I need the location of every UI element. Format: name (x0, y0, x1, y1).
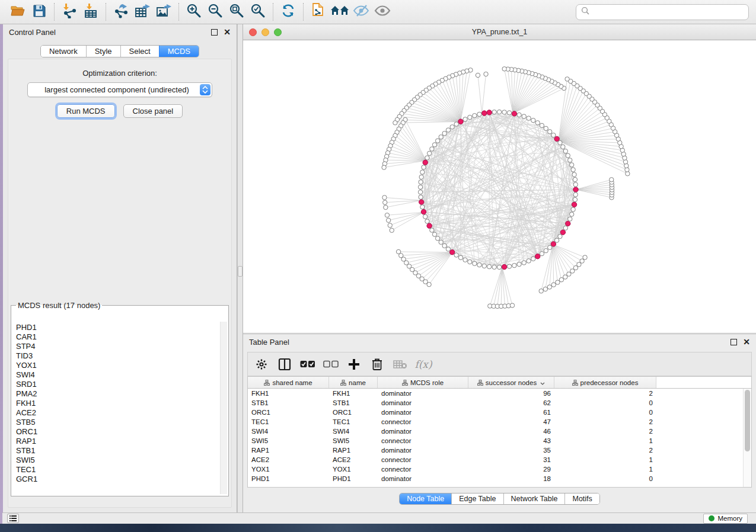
open-folder-icon (10, 4, 25, 20)
mcds-result-item[interactable]: SWI4 (16, 370, 216, 380)
criterion-dropdown[interactable]: largest connected component (undirected) (27, 82, 212, 97)
table-row[interactable]: SWI4SWI4dominator462 (248, 427, 743, 436)
import-table-button[interactable] (80, 2, 101, 22)
export-image-button[interactable] (153, 2, 174, 22)
toolbar-separator (303, 3, 304, 21)
table-row[interactable]: ACE2ACE2connector311 (248, 455, 743, 464)
float-panel-icon[interactable] (731, 339, 737, 345)
mcds-result-item[interactable]: YOX1 (16, 361, 216, 370)
tab-select[interactable]: Select (120, 46, 159, 57)
deselect-all-button[interactable] (323, 357, 339, 372)
export-table-icon (134, 3, 151, 21)
zoom-selected-button[interactable] (247, 2, 269, 22)
mcds-result-item[interactable]: STP4 (16, 342, 216, 351)
table-row[interactable]: TEC1TEC1connector472 (248, 417, 743, 427)
tab-edge-table[interactable]: Edge Table (451, 493, 503, 504)
first-neighbors-button[interactable] (329, 2, 350, 22)
duplicate-network-button[interactable] (308, 2, 329, 22)
vertical-splitter[interactable] (237, 24, 243, 512)
control-panel-tabs: NetworkStyleSelectMCDS (3, 45, 237, 57)
mcds-result-item[interactable]: ACE2 (16, 408, 216, 418)
import-network-button[interactable] (59, 2, 80, 22)
table-row[interactable]: ORC1ORC1dominator610 (248, 408, 743, 417)
tab-node-table[interactable]: Node Table (400, 493, 451, 504)
float-panel-icon[interactable] (211, 29, 218, 36)
column-header-shared-name[interactable]: shared name (248, 377, 329, 388)
table-row[interactable]: PHD1PHD1dominator180 (248, 474, 743, 483)
open-file-button[interactable] (7, 2, 28, 22)
scrollbar-thumb[interactable] (745, 390, 750, 451)
mcds-result-item[interactable]: RAP1 (16, 437, 216, 446)
mcds-result-item[interactable]: ORC1 (16, 427, 216, 437)
zoom-in-icon (186, 3, 202, 21)
mcds-result-list[interactable]: PHD1CAR1STP4TID3YOX1SWI4SRD1PMA2FKH1ACE2… (12, 322, 220, 494)
export-image-icon (155, 3, 172, 21)
table-tabs: Node TableEdge TableNetwork TableMotifs (243, 493, 756, 505)
delete-column-button[interactable] (369, 357, 385, 372)
close-panel-button[interactable]: Close panel (123, 104, 183, 118)
table-settings-button[interactable] (254, 357, 269, 372)
memory-button[interactable]: Memory (703, 514, 748, 524)
column-header-predecessor-nodes[interactable]: predecessor nodes (554, 377, 656, 388)
tab-network[interactable]: Network (41, 46, 86, 57)
tab-motifs[interactable]: Motifs (564, 493, 599, 504)
table-row[interactable]: STB1STB1dominator620 (248, 398, 743, 408)
control-panel: Control Panel ✕ NetworkStyleSelectMCDS O… (3, 24, 237, 512)
table-row[interactable]: YOX1YOX1connector291 (248, 464, 743, 474)
table-body: FKH1FKH1dominator962STB1STB1dominator620… (248, 389, 743, 487)
run-mcds-button[interactable]: Run MCDS (57, 104, 115, 118)
function-builder-button[interactable]: f(x) (416, 357, 431, 372)
table-row[interactable]: SWI5SWI5connector431 (248, 436, 743, 446)
table-header-row: shared namenameMCDS rolesuccessor nodesp… (248, 377, 751, 389)
column-header-successor-nodes[interactable]: successor nodes (468, 377, 554, 388)
refresh-button[interactable] (277, 2, 299, 22)
zoom-out-button[interactable] (205, 2, 226, 22)
show-column-button[interactable] (277, 357, 292, 372)
import-network-icon (62, 3, 77, 21)
table-scrollbar[interactable] (743, 389, 751, 487)
close-panel-icon[interactable]: ✕ (224, 28, 231, 36)
hide-selected-button[interactable] (350, 2, 372, 22)
network-canvas[interactable] (243, 40, 756, 332)
task-history-button[interactable] (7, 514, 19, 523)
mcds-result-item[interactable]: SWI5 (16, 456, 216, 465)
close-panel-icon[interactable]: ✕ (743, 338, 750, 346)
export-network-button[interactable] (110, 2, 132, 22)
mcds-result-item[interactable]: PHD1 (16, 323, 216, 332)
zoom-fit-button[interactable] (226, 2, 247, 22)
select-all-button[interactable] (300, 357, 315, 372)
mcds-result-item[interactable]: SRD1 (16, 380, 216, 389)
export-table-button[interactable] (132, 2, 153, 22)
column-header-MCDS-role[interactable]: MCDS role (378, 377, 468, 388)
mcds-result-item[interactable]: PMA2 (16, 389, 216, 399)
search-input[interactable] (592, 8, 744, 17)
network-window-titlebar: YPA_prune.txt_1 (243, 24, 756, 40)
mcds-result-item[interactable]: STB5 (16, 418, 216, 427)
tab-style[interactable]: Style (86, 46, 120, 57)
mcds-result-item[interactable]: CAR1 (16, 332, 216, 342)
dropdown-stepper-icon (200, 84, 210, 95)
import-table-icon (83, 3, 98, 21)
tab-network-table[interactable]: Network Table (503, 493, 565, 504)
mcds-list-scrollbar[interactable] (220, 322, 227, 494)
mcds-result-item[interactable]: GCR1 (16, 475, 216, 484)
show-all-button[interactable] (372, 2, 393, 22)
first-neighbors-icon (330, 4, 349, 20)
delete-table-button[interactable] (393, 357, 408, 372)
mcds-result-item[interactable]: TEC1 (16, 465, 216, 475)
zoom-in-button[interactable] (183, 2, 205, 22)
tab-mcds[interactable]: MCDS (159, 46, 199, 57)
toolbar-separator (106, 3, 106, 21)
table-row[interactable]: FKH1FKH1dominator962 (248, 389, 743, 398)
search-box[interactable] (576, 4, 749, 20)
column-header-name[interactable]: name (329, 377, 378, 388)
mcds-result-item[interactable]: TID3 (16, 351, 216, 361)
mcds-result-item[interactable]: FKH1 (16, 399, 216, 408)
table-row[interactable]: RAP1RAP1dominator352 (248, 446, 743, 455)
add-column-button[interactable] (346, 357, 362, 372)
save-button[interactable] (28, 2, 50, 22)
mcds-result-item[interactable]: STB1 (16, 446, 216, 456)
control-panel-title: Control Panel (9, 28, 56, 37)
control-panel-header: Control Panel ✕ (3, 24, 237, 40)
splitter-grip[interactable] (238, 266, 243, 277)
